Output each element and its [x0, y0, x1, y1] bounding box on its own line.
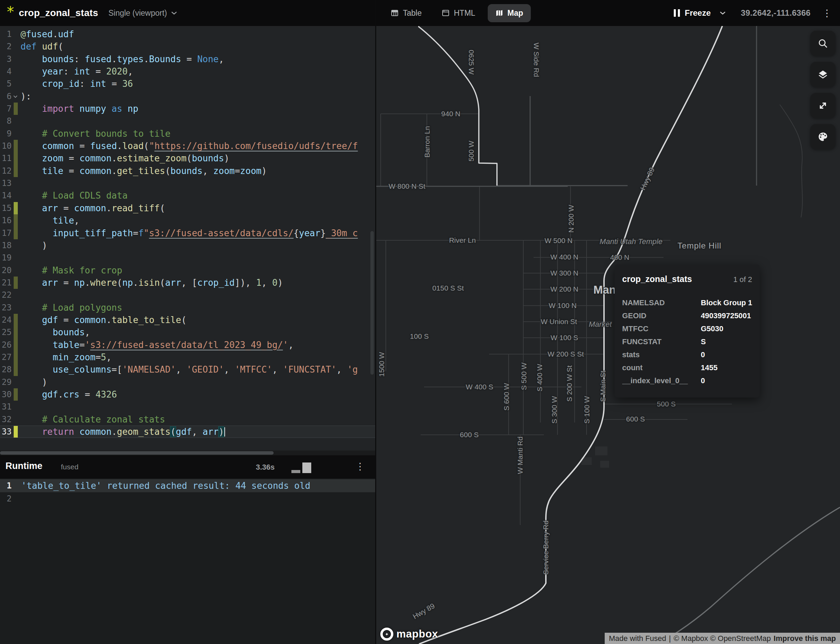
code-text: tile = common.get_tiles(bounds, zoom=zoo…	[21, 165, 267, 177]
line-number: 10	[0, 140, 12, 152]
code-line[interactable]: 30 gdf.crs = 4326	[0, 388, 375, 401]
code-line[interactable]: 4 year: int = 2020,	[0, 65, 375, 77]
map-label: Manti Utah Temple	[600, 237, 662, 246]
code-text: )	[21, 239, 47, 251]
line-number: 27	[0, 351, 12, 363]
line-number: 14	[0, 189, 12, 202]
code-line[interactable]: 18 )	[0, 239, 375, 251]
code-text: input_tiff_path=f"s3://fused-asset/data/…	[21, 227, 358, 239]
code-line[interactable]: 2def udf(	[0, 40, 375, 53]
code-text: table='s3://fused-asset/data/tl_2023_49_…	[21, 339, 293, 351]
code-line[interactable]: 28 use_columns=['NAMELSAD', 'GEOID', 'MT…	[0, 363, 375, 376]
code-line[interactable]: 10 common = fused.load("https://github.c…	[0, 140, 375, 152]
map-label: W 100 S	[551, 334, 578, 342]
code-line[interactable]: 16 tile,	[0, 214, 375, 227]
code-line[interactable]: 13	[0, 177, 375, 189]
code-text: import numpy as np	[21, 103, 138, 115]
freeze-dropdown-chevron-icon[interactable]	[720, 11, 726, 15]
code-line[interactable]: 20 # Mask for crop	[0, 264, 375, 276]
runtime-menu-kebab-icon[interactable]: ⋮	[355, 462, 365, 472]
map-label: Market	[589, 320, 611, 329]
code-text: crop_id: int = 36	[21, 77, 133, 90]
map-coordinates: 39.2642,-111.6366	[741, 8, 810, 18]
code-line[interactable]: 24 gdf = common.table_to_tile(	[0, 314, 375, 326]
gutter-change-marker	[14, 165, 18, 177]
code-editor[interactable]: 1@fused.udf2def udf(3 bounds: fused.type…	[0, 26, 375, 450]
code-text: # Mask for crop	[21, 264, 122, 276]
code-text: def udf(	[21, 40, 63, 53]
tooltip-value: G5030	[701, 324, 752, 333]
gutter-change-marker	[14, 103, 18, 115]
editor-header: * crop_zonal_stats Single (viewport)	[0, 0, 375, 26]
map-expand-button[interactable]	[810, 93, 835, 118]
tooltip-key: __index_level_0__	[622, 376, 701, 385]
gutter-change-marker	[14, 276, 18, 289]
fold-chevron-icon[interactable]	[13, 90, 18, 103]
code-text: arr = np.where(np.isin(arr, [crop_id]), …	[21, 276, 283, 289]
code-line[interactable]: 12 tile = common.get_tiles(bounds, zoom=…	[0, 165, 375, 177]
line-number: 29	[0, 376, 12, 388]
viewport-mode-dropdown[interactable]: Single (viewport)	[109, 8, 167, 18]
code-text: # Convert bounds to tile	[21, 128, 170, 140]
code-line[interactable]: 23 # Load polygons	[0, 301, 375, 314]
code-line[interactable]: 7 import numpy as np	[0, 103, 375, 115]
tooltip-title: crop_zonal_stats	[622, 274, 692, 284]
code-line[interactable]: 14 # Load CDLS data	[0, 189, 375, 202]
code-line[interactable]: 9 # Convert bounds to tile	[0, 128, 375, 140]
expand-icon	[817, 100, 829, 112]
map-label: W 200 N	[550, 285, 578, 293]
code-line[interactable]: 11 zoom = common.estimate_zoom(bounds)	[0, 152, 375, 164]
code-line-active[interactable]: 33 return common.geom_stats(gdf, arr)	[0, 426, 375, 438]
code-line[interactable]: 6):	[0, 90, 375, 103]
code-line[interactable]: 15 arr = common.read_tiff(	[0, 202, 375, 214]
code-line[interactable]: 27 min_zoom=5,	[0, 351, 375, 363]
map-attribution: Made with Fused | © Mapbox © OpenStreetM…	[605, 633, 840, 644]
line-number: 17	[0, 227, 12, 239]
gutter-change-marker	[14, 388, 18, 401]
gutter	[14, 376, 18, 388]
mapbox-logo[interactable]: ✦ mapbox	[380, 628, 438, 641]
map-style-button[interactable]	[810, 124, 835, 150]
map-canvas[interactable]: 0625 WW Side Rd940 NBarron Ln500 WHwy 89…	[376, 26, 840, 644]
editor-vertical-scrollbar[interactable]	[371, 231, 374, 375]
code-line[interactable]: 5 crop_id: int = 36	[0, 77, 375, 90]
code-line[interactable]: 8	[0, 115, 375, 127]
scrollbar-thumb[interactable]	[0, 451, 273, 455]
map-label: S 200 W St	[565, 365, 573, 402]
tab-map[interactable]: Map	[488, 4, 531, 22]
map-credits-links[interactable]: © Mapbox © OpenStreetMap	[674, 634, 771, 643]
map-label: 940 N	[441, 110, 460, 118]
gutter-change-marker	[14, 140, 18, 152]
code-line[interactable]: 26 table='s3://fused-asset/data/tl_2023_…	[0, 339, 375, 351]
code-line[interactable]: 29 )	[0, 376, 375, 388]
tooltip-value: 490399725001	[701, 311, 752, 320]
code-line[interactable]: 32 # Calculate zonal stats	[0, 413, 375, 426]
tooltip-row: FUNCSTATS	[622, 335, 752, 348]
code-line[interactable]: 21 arr = np.where(np.isin(arr, [crop_id]…	[0, 276, 375, 289]
gutter	[14, 189, 18, 202]
freeze-button[interactable]: Freeze	[685, 8, 711, 18]
line-number: 28	[0, 363, 12, 376]
made-with-fused-link[interactable]: Made with Fused	[609, 634, 666, 643]
improve-map-link[interactable]: Improve this map	[774, 634, 836, 643]
map-layers-button[interactable]	[810, 62, 835, 87]
line-number: 12	[0, 165, 12, 177]
map-search-button[interactable]	[810, 31, 835, 56]
code-line[interactable]: 31	[0, 401, 375, 413]
line-number: 30	[0, 388, 12, 401]
code-line[interactable]: 25 bounds,	[0, 326, 375, 338]
code-line[interactable]: 17 input_tiff_path=f"s3://fused-asset/da…	[0, 227, 375, 239]
chevron-down-icon[interactable]	[171, 11, 177, 15]
gutter-change-marker	[14, 363, 18, 376]
code-line[interactable]: 3 bounds: fused.types.Bounds = None,	[0, 53, 375, 65]
gutter-change-marker	[14, 227, 18, 239]
editor-horizontal-scrollbar[interactable]	[0, 450, 375, 455]
code-line[interactable]: 19	[0, 251, 375, 264]
code-line[interactable]: 22	[0, 289, 375, 301]
map-label: W 300 N	[550, 269, 578, 277]
gutter-change-marker	[14, 314, 18, 326]
tab-table[interactable]: Table	[383, 4, 429, 22]
code-line[interactable]: 1@fused.udf	[0, 28, 375, 40]
tab-html[interactable]: HTML	[434, 4, 483, 22]
viewer-menu-kebab-icon[interactable]: ⋮	[822, 8, 832, 19]
